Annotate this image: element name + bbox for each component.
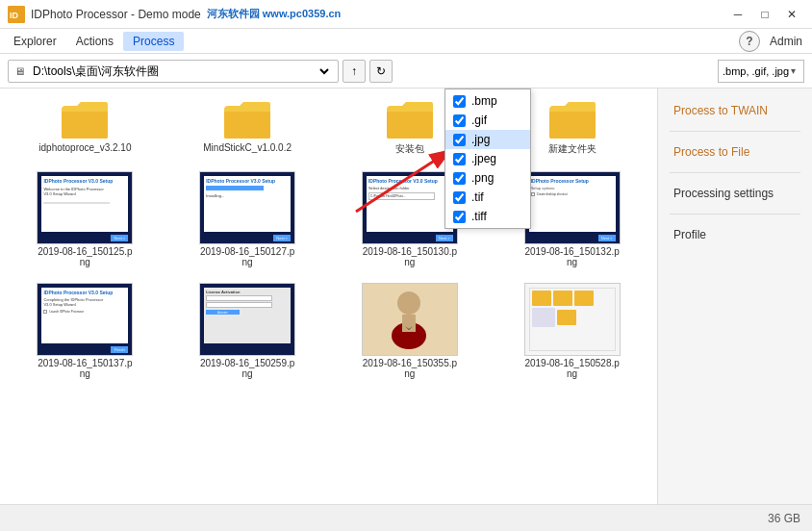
checkbox-tif[interactable] bbox=[453, 191, 466, 204]
folder-icon bbox=[222, 100, 272, 140]
file-browser[interactable]: idphotoproce_v3.2.10 MindStickC_v1.0.0.2 bbox=[0, 88, 658, 504]
image-label: 2019-08-16_150125.png bbox=[37, 246, 133, 267]
address-input[interactable]: D:\tools\桌面\河东软件圈 bbox=[29, 63, 332, 79]
image-thumb: IDPhoto Processor V3.0 Setup Welcome to … bbox=[37, 171, 133, 244]
divider bbox=[670, 214, 800, 215]
help-button[interactable]: ? bbox=[739, 31, 760, 52]
folder-item[interactable]: MindStickC_v1.0.0.2 bbox=[170, 96, 325, 160]
main-layout: idphotoproce_v3.2.10 MindStickC_v1.0.0.2 bbox=[0, 88, 812, 504]
ext-filter[interactable]: .bmp, .gif, .jpg ▾ bbox=[718, 60, 804, 83]
ext-dropdown[interactable]: .bmp .gif .jpg .jpeg .png .tif .tiff bbox=[444, 88, 531, 229]
ext-filter-value: .bmp, .gif, .jpg bbox=[723, 65, 789, 77]
app-title: IDPhoto Processor - Demo mode bbox=[31, 8, 201, 21]
refresh-button[interactable]: ↻ bbox=[369, 60, 393, 83]
profile[interactable]: Profile bbox=[670, 222, 800, 247]
dropdown-label-bmp: .bmp bbox=[471, 94, 497, 108]
dropdown-item-jpeg[interactable]: .jpeg bbox=[445, 149, 530, 168]
svg-point-2 bbox=[397, 291, 420, 315]
window-controls: ─ □ ✕ bbox=[725, 5, 804, 24]
dropdown-item-tiff[interactable]: .tiff bbox=[445, 207, 530, 226]
folder-icon bbox=[547, 100, 597, 140]
image-label: 2019-08-16_150130.png bbox=[362, 246, 458, 267]
image-item[interactable]: License Activation Activate 2019-08-16_1… bbox=[170, 279, 325, 383]
dropdown-label-tif: .tif bbox=[471, 190, 484, 204]
image-label: 2019-08-16_150355.png bbox=[362, 358, 458, 379]
checkbox-png[interactable] bbox=[453, 172, 466, 185]
processing-settings[interactable]: Processing settings bbox=[670, 181, 800, 206]
image-label: 2019-08-16_150528.png bbox=[524, 358, 621, 379]
folder-grid: idphotoproce_v3.2.10 MindStickC_v1.0.0.2 bbox=[8, 96, 649, 160]
image-thumb: License Activation Activate bbox=[199, 283, 295, 356]
dropdown-item-jpg[interactable]: .jpg bbox=[445, 130, 530, 149]
divider bbox=[670, 172, 800, 173]
folder-icon bbox=[385, 100, 435, 140]
dropdown-label-gif: .gif bbox=[471, 114, 487, 127]
checkbox-gif[interactable] bbox=[453, 114, 466, 127]
image-grid-row1: IDPhoto Processor V3.0 Setup Welcome to … bbox=[8, 167, 649, 271]
dropdown-label-jpeg: .jpeg bbox=[471, 152, 496, 165]
app-icon: ID bbox=[8, 6, 25, 23]
process-to-file[interactable]: Process to File bbox=[670, 139, 800, 164]
image-thumb: IDPhoto Processor V3.0 Setup Installing.… bbox=[199, 171, 295, 244]
folder-label: 安装包 bbox=[395, 142, 424, 156]
title-bar: ID IDPhoto Processor - Demo mode 河东软件园 w… bbox=[0, 0, 812, 29]
image-item[interactable]: IDPhoto Processor V3.0 Setup Welcome to … bbox=[8, 167, 163, 271]
up-button[interactable]: ↑ bbox=[343, 60, 366, 83]
image-thumb: IDPhoto Processor Setup Setup options: C… bbox=[524, 171, 621, 244]
folder-label: idphotoproce_v3.2.10 bbox=[38, 142, 131, 153]
watermark: 河东软件园 www.pc0359.cn bbox=[207, 7, 342, 21]
maximize-button[interactable]: □ bbox=[752, 5, 777, 24]
close-button[interactable]: ✕ bbox=[779, 5, 804, 24]
checkbox-jpeg[interactable] bbox=[453, 153, 466, 165]
minimize-button[interactable]: ─ bbox=[725, 5, 750, 24]
right-panel: Process to TWAIN Process to File Process… bbox=[658, 88, 812, 504]
image-label: 2019-08-16_150137.png bbox=[37, 358, 133, 379]
image-thumb: IDPhoto Processor V3.0 Setup Completing … bbox=[37, 283, 133, 356]
divider bbox=[670, 131, 800, 132]
dropdown-label-png: .png bbox=[471, 171, 494, 185]
image-item[interactable]: 2019-08-16_150355.png bbox=[333, 279, 488, 383]
image-label: 2019-08-16_150132.png bbox=[524, 246, 621, 267]
folder-label: MindStickC_v1.0.0.2 bbox=[203, 142, 292, 153]
menu-explorer[interactable]: Explorer bbox=[4, 32, 66, 51]
image-thumb bbox=[362, 283, 458, 356]
folder-item[interactable]: idphotoproce_v3.2.10 bbox=[8, 96, 163, 160]
checkbox-jpg[interactable] bbox=[453, 134, 466, 146]
image-thumb bbox=[524, 283, 621, 356]
folder-icon bbox=[60, 100, 110, 140]
image-thumb: IDPhoto Processor V3.0 Setup Select dest… bbox=[362, 171, 458, 244]
title-bar-left: ID IDPhoto Processor - Demo mode 河东软件园 w… bbox=[8, 6, 341, 23]
process-to-twain[interactable]: Process to TWAIN bbox=[670, 98, 800, 123]
dropdown-item-png[interactable]: .png bbox=[445, 168, 530, 188]
image-item[interactable]: IDPhoto Processor V3.0 Setup Installing.… bbox=[170, 167, 325, 271]
dropdown-label-jpg: .jpg bbox=[471, 133, 490, 146]
checkbox-tiff[interactable] bbox=[453, 211, 466, 223]
address-bar: 🖥 D:\tools\桌面\河东软件圈 bbox=[8, 60, 339, 83]
menu-process[interactable]: Process bbox=[123, 32, 184, 51]
toolbar: 🖥 D:\tools\桌面\河东软件圈 ↑ ↻ .bmp, .gif, .jpg… bbox=[0, 54, 812, 88]
dropdown-item-gif[interactable]: .gif bbox=[445, 111, 530, 130]
image-label: 2019-08-16_150259.png bbox=[199, 358, 295, 379]
admin-label[interactable]: Admin bbox=[770, 35, 802, 48]
menu-actions[interactable]: Actions bbox=[66, 32, 123, 51]
dropdown-item-bmp[interactable]: .bmp bbox=[445, 91, 530, 111]
dropdown-arrow: ▾ bbox=[791, 65, 796, 76]
image-item[interactable]: 2019-08-16_150528.png bbox=[495, 279, 649, 383]
dropdown-label-tiff: .tiff bbox=[471, 210, 487, 223]
folder-label: 新建文件夹 bbox=[548, 142, 596, 156]
checkbox-bmp[interactable] bbox=[453, 95, 466, 108]
status-bar: 36 GB bbox=[0, 504, 812, 531]
image-grid-row2: IDPhoto Processor V3.0 Setup Completing … bbox=[8, 279, 649, 383]
storage-info: 36 GB bbox=[768, 512, 800, 525]
image-item[interactable]: IDPhoto Processor V3.0 Setup Completing … bbox=[8, 279, 163, 383]
svg-text:ID: ID bbox=[10, 11, 19, 20]
dropdown-item-tif[interactable]: .tif bbox=[445, 188, 530, 207]
image-label: 2019-08-16_150127.png bbox=[199, 246, 295, 267]
